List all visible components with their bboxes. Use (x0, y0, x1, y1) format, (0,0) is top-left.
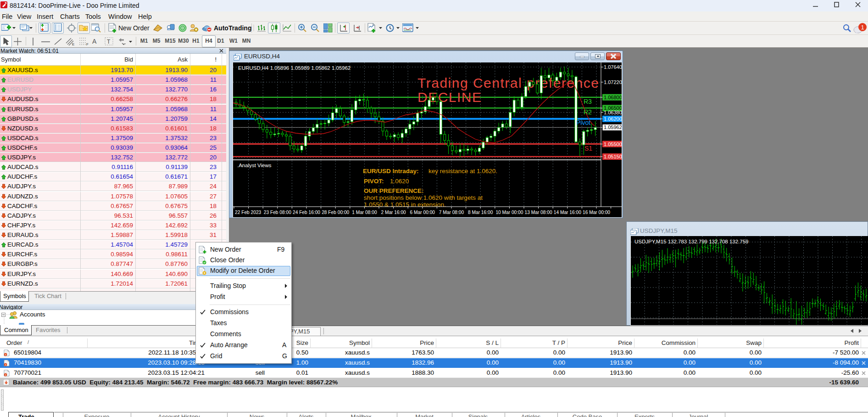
svg-text:1.06200: 1.06200 (604, 116, 622, 122)
svg-text:1.05962: 1.05962 (604, 124, 622, 130)
svg-text:1.06800: 1.06800 (604, 95, 622, 100)
svg-text:R3: R3 (584, 98, 592, 105)
svg-text:USDJPY,M15 132.783 132.799 13: USDJPY,M15 132.783 132.799 132.708 132.7… (634, 239, 749, 244)
svg-text:.Analyst Views: .Analyst Views (237, 163, 272, 168)
svg-text:23 Feb 08:00: 23 Feb 08:00 (264, 210, 291, 215)
svg-text:1.06380: 1.06380 (604, 110, 622, 115)
svg-text:28 Feb 00:00: 28 Feb 00:00 (322, 210, 349, 215)
svg-text:S1: S1 (584, 145, 592, 152)
svg-text:E: E (72, 42, 74, 46)
svg-text:8 Mar 16:00: 8 Mar 16:00 (468, 210, 493, 215)
svg-text:OUR PREFERENCE:: OUR PREFERENCE: (364, 187, 424, 194)
svg-text:PIVOT:: PIVOT: (364, 178, 384, 185)
svg-text:1.05500: 1.05500 (604, 141, 622, 147)
svg-text:key resistance at 1.0620.: key resistance at 1.0620. (428, 168, 497, 175)
svg-text:Trading Central preference on: Trading Central preference on (417, 75, 621, 90)
svg-text:1.07640: 1.07640 (604, 64, 622, 70)
svg-text:T: T (107, 39, 111, 45)
svg-text:10 Mar 00:00: 10 Mar 00:00 (495, 210, 523, 215)
svg-text:22 Feb 2023: 22 Feb 2023 (235, 210, 262, 215)
svg-text:7 Mar 08:00: 7 Mar 08:00 (439, 210, 464, 215)
svg-text:2 Mar 16:00: 2 Mar 16:00 (381, 210, 406, 215)
svg-text:EURUSD,H4 1.05896 1.05989 1.0: EURUSD,H4 1.05896 1.05989 1.05862 1.0596… (238, 65, 351, 71)
svg-text:1.0620: 1.0620 (390, 178, 409, 185)
svg-text:16 Mar 00:00: 16 Mar 00:00 (583, 210, 610, 215)
svg-text:24 Feb 16:00: 24 Feb 16:00 (293, 210, 320, 215)
svg-text:F: F (86, 42, 89, 46)
svg-text:EUR/USD Intraday:: EUR/USD Intraday: (363, 168, 419, 175)
svg-text:1 Mar 08:00: 1 Mar 08:00 (352, 210, 377, 215)
svg-text:DECLINE: DECLINE (417, 90, 482, 105)
svg-text:1.05150: 1.05150 (604, 154, 622, 159)
svg-text:14 Mar 16:00: 14 Mar 16:00 (554, 210, 581, 215)
svg-text:R2: R2 (584, 108, 592, 116)
svg-text:short positions below 1.0620 w: short positions below 1.0620 with target… (364, 194, 483, 201)
svg-text:Pivot: Pivot (576, 119, 590, 126)
svg-text:6 Mar 00:00: 6 Mar 00:00 (410, 210, 435, 215)
svg-text:1.07220: 1.07220 (604, 79, 622, 85)
svg-text:13 Mar 08:00: 13 Mar 08:00 (525, 210, 552, 215)
svg-text:1: 1 (861, 24, 864, 31)
